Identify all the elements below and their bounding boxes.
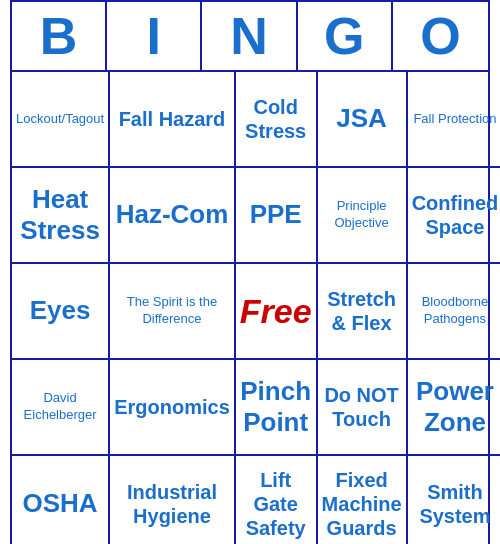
bingo-cell: Fall Protection	[408, 72, 500, 168]
bingo-cell: Lift Gate Safety	[236, 456, 318, 544]
bingo-cell: Free	[236, 264, 318, 360]
bingo-cell: Pinch Point	[236, 360, 318, 456]
bingo-cell: Fall Hazard	[110, 72, 236, 168]
bingo-header: BINGO	[12, 2, 488, 72]
bingo-cell: Fixed Machine Guards	[318, 456, 408, 544]
bingo-cell: Do NOT Touch	[318, 360, 408, 456]
bingo-cell: Smith System	[408, 456, 500, 544]
bingo-cell: Stretch & Flex	[318, 264, 408, 360]
header-letter: B	[12, 2, 107, 70]
header-letter: I	[107, 2, 202, 70]
bingo-cell: Heat Stress	[12, 168, 110, 264]
bingo-card: BINGO Lockout/TagoutFall HazardCold Stre…	[10, 0, 490, 544]
bingo-cell: The Spirit is the Difference	[110, 264, 236, 360]
bingo-cell: Eyes	[12, 264, 110, 360]
header-letter: N	[202, 2, 297, 70]
bingo-cell: Confined Space	[408, 168, 500, 264]
bingo-cell: Principle Objective	[318, 168, 408, 264]
header-letter: G	[298, 2, 393, 70]
header-letter: O	[393, 2, 488, 70]
bingo-cell: Cold Stress	[236, 72, 318, 168]
bingo-grid: Lockout/TagoutFall HazardCold StressJSAF…	[12, 72, 488, 544]
bingo-cell: David Eichelberger	[12, 360, 110, 456]
bingo-cell: Industrial Hygiene	[110, 456, 236, 544]
bingo-cell: Ergonomics	[110, 360, 236, 456]
bingo-cell: Power Zone	[408, 360, 500, 456]
bingo-cell: Haz-Com	[110, 168, 236, 264]
bingo-cell: OSHA	[12, 456, 110, 544]
bingo-cell: JSA	[318, 72, 408, 168]
bingo-cell: PPE	[236, 168, 318, 264]
bingo-cell: Lockout/Tagout	[12, 72, 110, 168]
bingo-cell: Bloodborne Pathogens	[408, 264, 500, 360]
